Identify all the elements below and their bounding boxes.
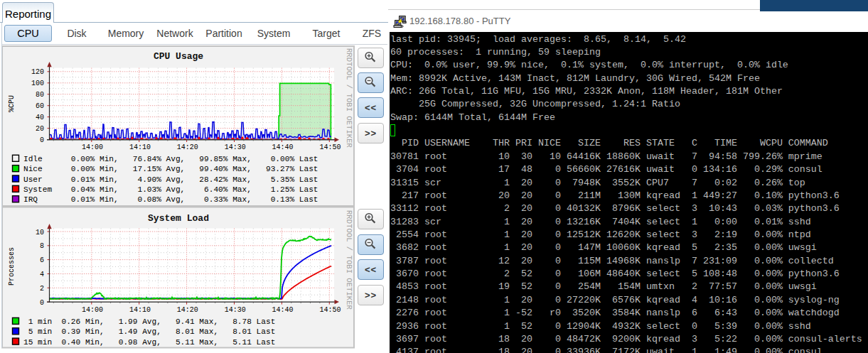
svg-text:RRDTOOL / TOBI OETIKER: RRDTOOL / TOBI OETIKER [345, 210, 353, 310]
svg-text:2: 2 [40, 285, 44, 293]
svg-text:14:50: 14:50 [319, 306, 341, 314]
svg-text:System Load: System Load [148, 213, 209, 224]
svg-text:14:00: 14:00 [82, 306, 103, 314]
svg-text:8: 8 [40, 242, 44, 250]
svg-text:14:40: 14:40 [272, 306, 294, 314]
svg-text:15 min 0.40 Min, 0.98 Avg,: 15 min 0.40 Min, 0.98 Avg, 5.11 Max, 5.1… [23, 338, 275, 347]
svg-text:14:20: 14:20 [177, 306, 198, 314]
svg-text:1 min 0.26 Min, 1.99 Avg,: 1 min 0.26 Min, 1.99 Avg, 9.41 Max, 8.78… [23, 317, 275, 326]
svg-text:0: 0 [40, 299, 44, 307]
svg-text:4: 4 [40, 271, 44, 278]
svg-text:5 min 0.39 Min, 1.49 Avg,: 5 min 0.39 Min, 1.49 Avg, 8.01 Max, 8.01… [23, 327, 275, 336]
svg-text:10: 10 [36, 229, 44, 237]
svg-text:Processes: Processes [8, 247, 16, 286]
svg-text:14:10: 14:10 [129, 306, 151, 314]
svg-text:6: 6 [40, 256, 44, 264]
svg-text:14:30: 14:30 [225, 306, 246, 314]
